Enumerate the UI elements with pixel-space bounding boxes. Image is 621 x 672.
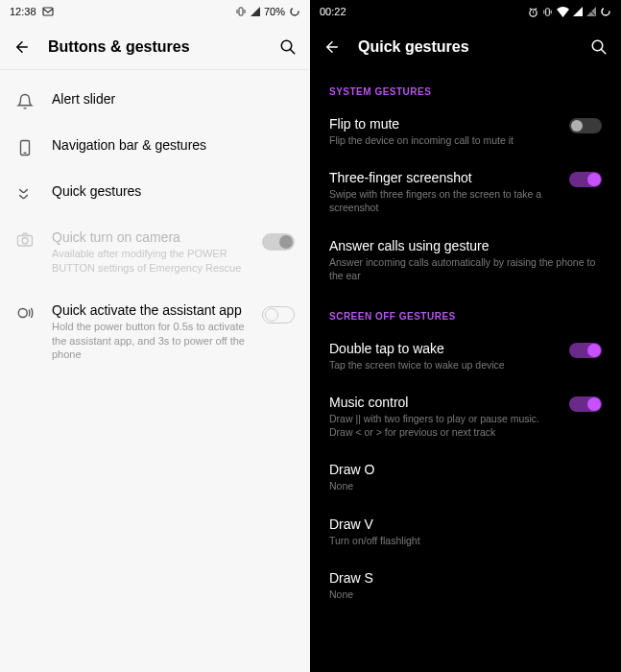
item-label: Alert slider xyxy=(52,91,295,107)
section-screen-off-gestures: SCREEN OFF GESTURES xyxy=(310,294,621,329)
battery-percent: 70% xyxy=(264,6,285,17)
toggle-switch[interactable] xyxy=(569,396,602,412)
svg-point-10 xyxy=(602,8,609,15)
back-icon[interactable] xyxy=(13,38,31,56)
settings-list: Alert slider Navigation bar & gestures Q… xyxy=(0,70,310,383)
phone-icon xyxy=(15,137,35,156)
signal-icon xyxy=(573,7,583,16)
back-icon[interactable] xyxy=(323,38,341,56)
status-time: 00:22 xyxy=(320,6,346,17)
item-sub: Flip the device on incoming call to mute… xyxy=(329,133,561,147)
item-alert-slider[interactable]: Alert slider xyxy=(0,78,310,124)
vibrate-icon xyxy=(235,6,247,17)
item-label: Three-finger screenshot xyxy=(329,170,561,185)
item-draw-s[interactable]: Draw S None xyxy=(310,559,621,612)
toggle-switch[interactable] xyxy=(569,172,602,187)
status-bar: 00:22 xyxy=(310,0,621,23)
no-sim-icon xyxy=(586,7,596,16)
camera-icon xyxy=(15,229,35,249)
item-navigation-bar[interactable]: Navigation bar & gestures xyxy=(0,124,310,170)
item-answer-calls-gesture[interactable]: Answer calls using gesture Answer incomi… xyxy=(310,227,621,294)
toggle-switch xyxy=(262,233,295,251)
loading-icon xyxy=(289,6,300,17)
item-label: Flip to mute xyxy=(329,116,561,132)
settings-panel-light: 12:38 70% Buttons & gestures Alert slide… xyxy=(0,0,310,672)
item-flip-to-mute[interactable]: Flip to mute Flip the device on incoming… xyxy=(310,105,621,158)
settings-panel-dark: 00:22 Quick gestures SYSTEM GESTURES Fli… xyxy=(310,0,621,672)
item-label: Answer calls using gesture xyxy=(329,238,602,253)
svg-point-6 xyxy=(22,238,28,244)
wifi-icon xyxy=(557,7,569,17)
vibrate-icon xyxy=(542,7,553,17)
toggle-switch[interactable] xyxy=(569,118,602,133)
item-sub: Available after modifying the POWER BUTT… xyxy=(52,247,245,276)
item-quick-gestures[interactable]: Quick gestures xyxy=(0,170,310,216)
svg-rect-0 xyxy=(43,8,53,15)
assistant-icon xyxy=(15,302,35,322)
gesture-icon xyxy=(15,183,35,203)
app-bar: Buttons & gestures xyxy=(0,23,310,70)
item-sub: Turn on/off flashlight xyxy=(329,534,602,547)
search-icon[interactable] xyxy=(279,38,297,56)
signal-icon xyxy=(251,7,260,16)
item-label: Quick gestures xyxy=(52,183,295,199)
toggle-switch[interactable] xyxy=(569,343,602,358)
svg-rect-1 xyxy=(239,8,243,15)
svg-rect-5 xyxy=(18,236,33,247)
item-assistant-app[interactable]: Quick activate the assistant app Hold th… xyxy=(0,289,310,376)
status-time: 12:38 xyxy=(10,6,36,17)
item-label: Double tap to wake xyxy=(329,341,561,356)
page-title: Quick gestures xyxy=(358,38,573,56)
item-draw-o[interactable]: Draw O None xyxy=(310,450,621,504)
item-label: Quick activate the assistant app xyxy=(52,302,245,318)
item-label: Draw O xyxy=(329,462,602,477)
status-bar: 12:38 70% xyxy=(0,0,310,23)
item-label: Draw V xyxy=(329,516,602,532)
svg-rect-9 xyxy=(546,8,550,14)
item-double-tap-wake[interactable]: Double tap to wake Tap the screen twice … xyxy=(310,329,621,383)
item-label: Music control xyxy=(329,395,561,410)
section-system-gestures: SYSTEM GESTURES xyxy=(310,69,621,105)
item-sub: None xyxy=(329,479,602,492)
item-sub: Hold the power button for 0.5s to activa… xyxy=(52,320,245,363)
item-label: Quick turn on camera xyxy=(52,229,245,245)
app-bar: Quick gestures xyxy=(310,23,621,69)
item-sub: Answer incoming calls automatically by r… xyxy=(329,255,602,282)
item-label: Navigation bar & gestures xyxy=(52,137,295,153)
item-draw-v[interactable]: Draw V Turn on/off flashlight xyxy=(310,505,621,559)
search-icon[interactable] xyxy=(590,38,608,56)
item-quick-camera: Quick turn on camera Available after mod… xyxy=(0,216,310,289)
item-label: Draw S xyxy=(329,570,602,586)
item-three-finger-screenshot[interactable]: Three-finger screenshot Swipe with three… xyxy=(310,158,621,226)
item-sub: None xyxy=(329,588,602,601)
voicemail-icon xyxy=(42,7,54,16)
alarm-icon xyxy=(528,7,538,17)
item-sub: Swipe with three fingers on the screen t… xyxy=(329,187,561,214)
loading-icon xyxy=(600,6,611,17)
page-title: Buttons & gestures xyxy=(48,38,262,56)
svg-point-7 xyxy=(18,308,27,317)
toggle-switch[interactable] xyxy=(262,306,295,324)
item-sub: Tap the screen twice to wake up device xyxy=(329,358,561,372)
svg-point-2 xyxy=(291,8,299,15)
item-sub: Draw || with two fingers to play or paus… xyxy=(329,412,561,439)
slider-icon xyxy=(15,91,35,110)
item-music-control[interactable]: Music control Draw || with two fingers t… xyxy=(310,383,621,450)
